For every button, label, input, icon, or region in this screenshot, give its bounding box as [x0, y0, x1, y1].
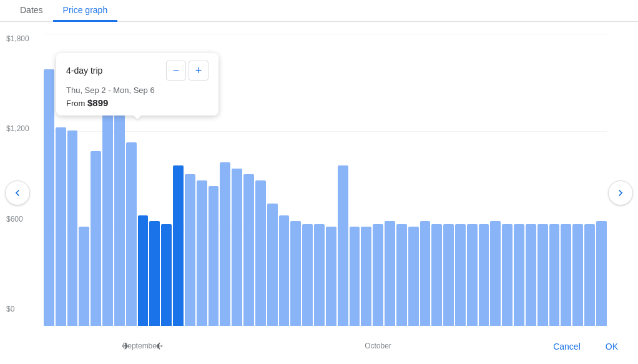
bar-6[interactable]	[114, 107, 125, 326]
y-axis: $0 $600 $1,200 $1,800	[6, 34, 29, 313]
bar-19[interactable]	[267, 204, 278, 326]
bar-34[interactable]	[443, 224, 454, 326]
tab-dates[interactable]: Dates	[10, 0, 53, 22]
tab-price-graph[interactable]: Price graph	[53, 0, 118, 22]
y-label-1: $600	[6, 215, 29, 224]
minus-button[interactable]: −	[166, 61, 186, 81]
bar-36[interactable]	[467, 224, 478, 326]
bar-1[interactable]	[56, 127, 66, 326]
bar-45[interactable]	[572, 224, 583, 326]
bar-7[interactable]	[126, 142, 137, 326]
bar-2[interactable]	[67, 130, 78, 326]
flight-icons-row: ✈ ✈	[122, 340, 607, 352]
bar-8[interactable]	[138, 215, 149, 326]
bar-25[interactable]	[338, 165, 348, 326]
bar-17[interactable]	[243, 174, 254, 326]
takeoff-icon: ✈	[122, 340, 130, 352]
tooltip-date: Thu, Sep 2 - Mon, Sep 6	[66, 86, 209, 95]
bar-21[interactable]	[290, 221, 301, 326]
bar-31[interactable]	[408, 227, 419, 326]
bar-43[interactable]	[549, 224, 560, 326]
bar-23[interactable]	[314, 224, 325, 326]
bar-38[interactable]	[490, 221, 501, 326]
bar-10[interactable]	[161, 224, 172, 326]
ok-button[interactable]: OK	[596, 337, 628, 357]
landing-icon: ✈	[155, 340, 163, 352]
bar-46[interactable]	[584, 224, 595, 326]
tabs-container: Dates Price graph	[0, 0, 638, 22]
bar-40[interactable]	[514, 224, 524, 326]
bar-39[interactable]	[502, 224, 513, 326]
y-label-3: $1,800	[6, 34, 29, 43]
prev-arrow-button[interactable]	[5, 180, 30, 205]
bar-27[interactable]	[361, 227, 371, 326]
tooltip: 4-day trip − + Thu, Sep 2 - Mon, Sep 6 F…	[56, 53, 218, 116]
tooltip-price-value: $899	[87, 97, 108, 108]
bar-42[interactable]	[537, 224, 548, 326]
bar-41[interactable]	[526, 224, 536, 326]
bar-14[interactable]	[209, 186, 219, 326]
bar-24[interactable]	[326, 227, 336, 326]
tooltip-price-prefix: From	[66, 99, 87, 108]
bar-20[interactable]	[279, 215, 290, 326]
y-label-2: $1,200	[6, 124, 29, 133]
bar-4[interactable]	[91, 151, 101, 326]
bar-37[interactable]	[479, 224, 489, 326]
tooltip-price: From $899	[66, 97, 209, 108]
bar-12[interactable]	[185, 174, 195, 326]
bar-22[interactable]	[302, 224, 313, 326]
chart-container: 4-day trip − + Thu, Sep 2 - Mon, Sep 6 F…	[0, 22, 638, 363]
next-arrow-button[interactable]	[608, 180, 633, 205]
bar-3[interactable]	[79, 227, 89, 326]
bar-11[interactable]	[173, 165, 184, 326]
bar-5[interactable]	[102, 84, 113, 326]
tooltip-controls: − +	[166, 61, 209, 81]
tooltip-trip-label: 4-day trip	[66, 66, 102, 76]
bar-16[interactable]	[232, 169, 242, 326]
bar-30[interactable]	[396, 224, 407, 326]
bar-9[interactable]	[149, 221, 160, 326]
bar-26[interactable]	[350, 227, 360, 326]
bar-33[interactable]	[431, 224, 442, 326]
bar-47[interactable]	[596, 221, 607, 326]
tooltip-header: 4-day trip − +	[66, 61, 209, 81]
bar-18[interactable]	[255, 180, 266, 327]
bar-35[interactable]	[455, 224, 466, 326]
bar-15[interactable]	[220, 162, 230, 326]
plus-button[interactable]: +	[189, 61, 209, 81]
bar-13[interactable]	[197, 180, 207, 327]
bar-32[interactable]	[420, 221, 431, 326]
bar-44[interactable]	[561, 224, 571, 326]
bar-0[interactable]	[44, 69, 54, 326]
footer: Cancel OK	[543, 337, 628, 357]
bar-29[interactable]	[385, 221, 395, 326]
y-label-0: $0	[6, 305, 29, 313]
bar-28[interactable]	[373, 224, 383, 326]
cancel-button[interactable]: Cancel	[543, 337, 591, 357]
